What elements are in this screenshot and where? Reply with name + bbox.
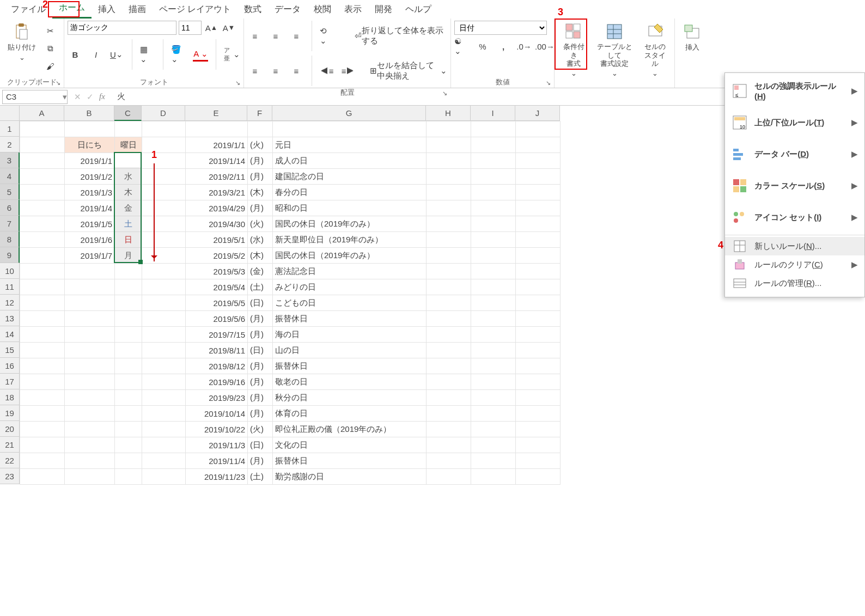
cell-J21[interactable] — [516, 437, 561, 453]
cell-F17[interactable]: (月) — [248, 374, 273, 390]
col-header-C[interactable]: C — [114, 106, 142, 121]
cell-H12[interactable] — [427, 295, 471, 311]
cell-F2[interactable]: (火) — [248, 137, 273, 153]
row-header-16[interactable]: 16 — [0, 358, 20, 374]
cell-G18[interactable]: 秋分の日 — [273, 390, 427, 406]
menu-ホーム[interactable]: ホーム — [52, 0, 92, 19]
align-center-icon[interactable]: ≡ — [268, 64, 283, 78]
cell-A13[interactable] — [20, 311, 65, 327]
cell-J14[interactable] — [516, 327, 561, 343]
cell-B11[interactable] — [65, 279, 115, 295]
cell-E17[interactable]: 2019/9/16 — [186, 374, 248, 390]
cell-F13[interactable]: (月) — [248, 311, 273, 327]
cell-H10[interactable] — [427, 264, 471, 279]
cell-B22[interactable] — [65, 453, 115, 469]
cell-A8[interactable] — [20, 232, 65, 248]
cell-H6[interactable] — [427, 200, 471, 216]
indent-decrease-icon[interactable]: ⯇≡ — [320, 64, 335, 78]
cell-B1[interactable] — [65, 121, 115, 137]
cell-A21[interactable] — [20, 437, 65, 453]
cell-F1[interactable] — [248, 121, 273, 137]
cell-F7[interactable]: (火) — [248, 216, 273, 232]
cell-F14[interactable]: (月) — [248, 327, 273, 343]
cell-J2[interactable] — [516, 137, 561, 153]
dd-colorscale[interactable]: カラー スケール(S)▶ — [725, 170, 864, 202]
cell-E10[interactable]: 2019/5/3 — [186, 264, 248, 279]
align-left-icon[interactable]: ≡ — [247, 64, 263, 78]
cell-D19[interactable] — [142, 406, 186, 422]
number-format-select[interactable]: 日付 — [454, 21, 547, 35]
select-all-corner[interactable] — [0, 106, 20, 121]
cell-B23[interactable] — [65, 469, 115, 485]
cell-D9[interactable] — [142, 248, 186, 264]
cell-F22[interactable]: (月) — [248, 453, 273, 469]
cell-I15[interactable] — [471, 343, 516, 358]
cell-J13[interactable] — [516, 311, 561, 327]
cell-D20[interactable] — [142, 422, 186, 437]
wrap-text-button[interactable]: ⏎ 折り返して全体を表示する — [355, 29, 447, 43]
cell-C18[interactable] — [115, 390, 142, 406]
align-right-icon[interactable]: ≡ — [289, 64, 304, 78]
cell-F21[interactable]: (日) — [248, 437, 273, 453]
cell-A4[interactable] — [20, 169, 65, 185]
cell-A2[interactable] — [20, 137, 65, 153]
cell-E4[interactable]: 2019/2/11 — [186, 169, 248, 185]
cut-button[interactable]: ✂ — [42, 24, 58, 38]
cell-J8[interactable] — [516, 232, 561, 248]
cell-H15[interactable] — [427, 343, 471, 358]
cell-E1[interactable] — [186, 121, 248, 137]
cell-H11[interactable] — [427, 279, 471, 295]
cell-C3[interactable]: 火 — [115, 153, 142, 169]
cell-I4[interactable] — [471, 169, 516, 185]
cell-C9[interactable]: 月 — [115, 248, 142, 264]
cell-G6[interactable]: 昭和の日 — [273, 200, 427, 216]
cell-D18[interactable] — [142, 390, 186, 406]
cell-A9[interactable] — [20, 248, 65, 264]
cell-E7[interactable]: 2019/4/30 — [186, 216, 248, 232]
cell-I7[interactable] — [471, 216, 516, 232]
cell-J20[interactable] — [516, 422, 561, 437]
col-header-J[interactable]: J — [515, 106, 560, 121]
cell-E8[interactable]: 2019/5/1 — [186, 232, 248, 248]
cell-J1[interactable] — [516, 121, 561, 137]
dd-clear[interactable]: ルールのクリア(C)▶ — [725, 255, 864, 274]
underline-button[interactable]: U ⌄ — [109, 47, 124, 62]
cell-G16[interactable]: 振替休日 — [273, 358, 427, 374]
align-middle-icon[interactable]: ≡ — [268, 29, 283, 43]
cell-I23[interactable] — [471, 469, 516, 485]
col-header-I[interactable]: I — [471, 106, 515, 121]
cell-J7[interactable] — [516, 216, 561, 232]
row-header-20[interactable]: 20 — [0, 421, 20, 437]
cell-G9[interactable]: 国民の休日（2019年のみ） — [273, 248, 427, 264]
font-dialog-icon[interactable]: ↘ — [235, 80, 240, 87]
cell-A17[interactable] — [20, 374, 65, 390]
cell-B2[interactable]: 日にち — [65, 137, 115, 153]
cell-C13[interactable] — [115, 311, 142, 327]
cell-I19[interactable] — [471, 406, 516, 422]
font-size-select[interactable] — [179, 21, 202, 35]
cell-H8[interactable] — [427, 232, 471, 248]
cell-G8[interactable]: 新天皇即位日（2019年のみ） — [273, 232, 427, 248]
cell-H5[interactable] — [427, 185, 471, 200]
cell-A19[interactable] — [20, 406, 65, 422]
row-header-9[interactable]: 9 — [0, 247, 20, 263]
cell-H9[interactable] — [427, 248, 471, 264]
cell-G13[interactable]: 振替休日 — [273, 311, 427, 327]
name-box[interactable]: C3▾ — [2, 90, 68, 104]
row-header-2[interactable]: 2 — [0, 137, 20, 153]
cell-A23[interactable] — [20, 469, 65, 485]
cell-D11[interactable] — [142, 279, 186, 295]
cell-G15[interactable]: 山の日 — [273, 343, 427, 358]
cell-D21[interactable] — [142, 437, 186, 453]
cell-A10[interactable] — [20, 264, 65, 279]
menu-数式[interactable]: 数式 — [237, 1, 268, 19]
cell-I21[interactable] — [471, 437, 516, 453]
cell-B8[interactable]: 2019/1/6 — [65, 232, 115, 248]
cell-H4[interactable] — [427, 169, 471, 185]
col-header-E[interactable]: E — [185, 106, 247, 121]
row-header-23[interactable]: 23 — [0, 468, 20, 484]
cell-F12[interactable]: (日) — [248, 295, 273, 311]
cancel-formula-icon[interactable]: ✕ — [74, 92, 81, 102]
row-header-21[interactable]: 21 — [0, 437, 20, 453]
cell-H23[interactable] — [427, 469, 471, 485]
